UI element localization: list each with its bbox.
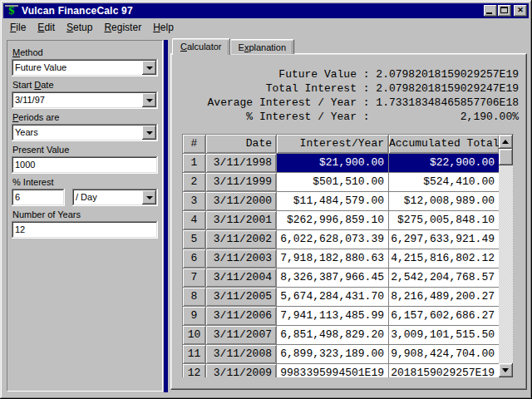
- row-header: 11: [183, 345, 205, 363]
- cell-total[interactable]: 4,215,816,802.12: [389, 249, 499, 268]
- menubar: File Edit Setup Register Help: [2, 19, 530, 35]
- row-header: 7: [183, 268, 205, 287]
- start-date-select[interactable]: 3/11/97: [12, 91, 158, 109]
- present-value-label: Present Value: [12, 145, 157, 155]
- cell-interest[interactable]: 6,851,498,829.20: [277, 326, 388, 344]
- cell-total[interactable]: 9,908,424,704.00: [389, 345, 499, 363]
- grid-clip: # Date Interest/Year Accumulated Total 1…: [183, 135, 499, 377]
- cell-interest[interactable]: $21,900.00: [277, 154, 388, 172]
- menu-register[interactable]: Register: [98, 20, 147, 35]
- vertical-scrollbar[interactable]: [499, 135, 513, 377]
- close-icon: ✕: [514, 5, 527, 16]
- tab-control: Calculator Explanation Future Value : 2.…: [170, 37, 527, 390]
- triangle-down-icon: [502, 368, 509, 372]
- tab-explanation[interactable]: Explanation: [230, 39, 295, 54]
- cell-date: 3/11/1998: [206, 154, 276, 172]
- cell-date: 3/11/2000: [206, 192, 276, 210]
- col-header-date: Date: [206, 135, 276, 153]
- minimize-button[interactable]: [484, 5, 497, 17]
- cell-date: 3/11/2008: [206, 345, 276, 363]
- row-header: 1: [183, 154, 205, 172]
- triangle-up-icon: [502, 140, 509, 144]
- row-header: 10: [183, 326, 205, 344]
- number-of-years-label: Number of Years: [12, 209, 157, 219]
- close-button[interactable]: ✕: [514, 5, 527, 17]
- cell-date: 3/11/2002: [206, 230, 276, 249]
- scroll-down-button[interactable]: [499, 363, 513, 377]
- percent-interest-line: % Interest / Year : 2,190.00%: [208, 110, 519, 124]
- row-header: 9: [183, 307, 205, 325]
- chevron-down-icon[interactable]: [142, 61, 156, 75]
- titlebar[interactable]: $ Vulcan FinanceCalc 97 ✕: [3, 3, 529, 18]
- menu-edit[interactable]: Edit: [32, 20, 61, 35]
- cell-total[interactable]: 8,216,489,200.27: [389, 288, 499, 306]
- chevron-down-icon[interactable]: [142, 126, 156, 140]
- menu-help[interactable]: Help: [147, 20, 180, 35]
- cell-date: 3/11/1999: [206, 173, 276, 191]
- client-area: Method Future Value Start Date 3/11/97 P…: [2, 35, 530, 396]
- app-dollar-icon: $: [5, 5, 18, 17]
- method-select[interactable]: Future Value: [12, 59, 158, 76]
- cell-interest[interactable]: 9983395994501E19: [277, 364, 388, 377]
- cell-interest[interactable]: 7,918,182,880.63: [277, 249, 388, 268]
- interest-label: % Interest: [12, 177, 157, 187]
- present-value-input[interactable]: 1000: [12, 156, 158, 174]
- cell-total[interactable]: 2018159029257E19: [389, 364, 499, 377]
- row-header: 2: [183, 173, 205, 191]
- periods-label: Periods are: [12, 112, 157, 122]
- window-title: Vulcan FinanceCalc 97: [22, 5, 483, 17]
- scrollbar-track[interactable]: [499, 165, 513, 363]
- cell-date: 3/11/2009: [206, 364, 276, 377]
- menu-setup[interactable]: Setup: [61, 20, 98, 35]
- scroll-up-button[interactable]: [499, 135, 513, 149]
- cell-interest[interactable]: 5,674,284,431.70: [277, 288, 388, 306]
- row-header: 6: [183, 249, 205, 268]
- cell-date: 3/11/2006: [206, 307, 276, 325]
- future-value-line: Future Value : 2.07982018159029257E19: [208, 67, 519, 81]
- maximize-button[interactable]: [498, 5, 511, 17]
- cell-interest[interactable]: $262,996,859.10: [277, 211, 388, 229]
- row-header: 8: [183, 288, 205, 306]
- row-header: 3: [183, 192, 205, 210]
- input-panel: Method Future Value Start Date 3/11/97 P…: [7, 40, 163, 392]
- app-window: $ Vulcan FinanceCalc 97 ✕ File Edit Setu…: [0, 0, 532, 399]
- interest-unit-select[interactable]: / Day: [72, 189, 158, 206]
- schedule-table: # Date Interest/Year Accumulated Total 1…: [182, 134, 514, 377]
- cell-date: 3/11/2005: [206, 288, 276, 306]
- maximize-icon: [500, 7, 508, 13]
- row-header: 5: [183, 230, 205, 249]
- cell-total[interactable]: $275,005,848.10: [389, 211, 499, 229]
- cell-interest[interactable]: 7,941,113,485.99: [277, 307, 388, 325]
- chevron-down-icon[interactable]: [142, 93, 156, 107]
- interest-input[interactable]: 6: [12, 189, 65, 206]
- cell-interest[interactable]: $11,484,579.00: [277, 192, 388, 210]
- cell-total[interactable]: 2,542,204,768.57: [389, 268, 499, 287]
- chevron-down-icon[interactable]: [142, 190, 156, 204]
- finance-grid: # Date Interest/Year Accumulated Total 1…: [183, 135, 499, 377]
- cell-date: 3/11/2003: [206, 249, 276, 268]
- cell-interest[interactable]: 6,899,323,189.00: [277, 345, 388, 363]
- cell-total[interactable]: $12,008,989.00: [389, 192, 499, 210]
- cell-date: 3/11/2004: [206, 268, 276, 287]
- cell-total[interactable]: 3,009,101,515.50: [389, 326, 499, 344]
- cell-interest[interactable]: $501,510.00: [277, 173, 388, 191]
- col-header-total: Accumulated Total: [389, 135, 499, 153]
- results-summary: Future Value : 2.07982018159029257E19 To…: [208, 67, 519, 124]
- panel-splitter[interactable]: [164, 40, 168, 392]
- cell-total[interactable]: 6,297,633,921.49: [389, 230, 499, 249]
- cell-interest[interactable]: 6,022,628,073.39: [277, 230, 388, 249]
- average-interest-line: Average Interest / Year : 1.733183484658…: [208, 96, 519, 110]
- tab-calculator[interactable]: Calculator: [172, 38, 230, 55]
- periods-select[interactable]: Years: [12, 124, 158, 141]
- number-of-years-input[interactable]: 12: [12, 221, 158, 239]
- calculator-page: Future Value : 2.07982018159029257E19 To…: [170, 53, 527, 390]
- cell-total[interactable]: $22,900.00: [389, 154, 499, 172]
- cell-total[interactable]: $524,410.00: [389, 173, 499, 191]
- total-interest-line: Total Interest : 2.07982018159029247E19: [208, 81, 519, 96]
- scrollbar-thumb[interactable]: [499, 149, 513, 165]
- cell-interest[interactable]: 8,326,387,966.45: [277, 268, 388, 287]
- cell-total[interactable]: 6,157,602,686.27: [389, 307, 499, 325]
- row-header: 4: [183, 211, 205, 229]
- cell-date: 3/11/2001: [206, 211, 276, 229]
- menu-file[interactable]: File: [4, 20, 32, 35]
